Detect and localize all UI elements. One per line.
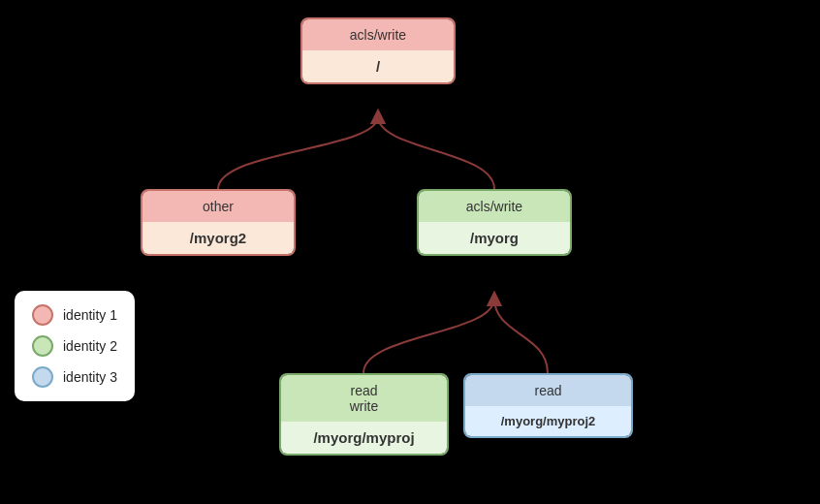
node-myproj2-header: read bbox=[465, 375, 631, 406]
node-other-body: /myorg2 bbox=[142, 222, 294, 254]
legend-label-identity3: identity 3 bbox=[63, 369, 117, 385]
node-myorg-header: acls/write bbox=[419, 191, 570, 222]
legend-item-3: identity 3 bbox=[32, 366, 117, 388]
arrow-myproj2-myorg bbox=[494, 299, 548, 373]
node-root-body: / bbox=[302, 50, 454, 82]
node-myorg: acls/write /myorg bbox=[417, 189, 572, 256]
diagram-container: acls/write / other /myorg2 acls/write /m… bbox=[0, 0, 820, 504]
arrow-myproj-myorg bbox=[363, 299, 494, 373]
node-myproj2-body: /myorg/myproj2 bbox=[465, 406, 631, 436]
legend-circle-identity1 bbox=[32, 304, 53, 326]
node-myproj: readwrite /myorg/myproj bbox=[279, 373, 449, 456]
legend-label-identity2: identity 2 bbox=[63, 338, 117, 354]
legend-item-2: identity 2 bbox=[32, 335, 117, 357]
node-myorg-body: /myorg bbox=[419, 222, 570, 254]
node-myproj-body: /myorg/myproj bbox=[281, 422, 447, 454]
legend-circle-identity3 bbox=[32, 366, 53, 388]
legend-item-1: identity 1 bbox=[32, 304, 117, 326]
node-myproj2: read /myorg/myproj2 bbox=[463, 373, 633, 438]
node-other-header: other bbox=[142, 191, 294, 222]
node-root: acls/write / bbox=[300, 17, 456, 84]
arrow-other-root bbox=[218, 116, 378, 189]
legend: identity 1 identity 2 identity 3 bbox=[15, 291, 135, 401]
node-other: other /myorg2 bbox=[141, 189, 296, 256]
legend-label-identity1: identity 1 bbox=[63, 307, 117, 323]
legend-circle-identity2 bbox=[32, 335, 53, 357]
node-myproj-header: readwrite bbox=[281, 375, 447, 422]
arrow-myorg-root bbox=[378, 116, 494, 189]
node-root-header: acls/write bbox=[302, 19, 454, 50]
